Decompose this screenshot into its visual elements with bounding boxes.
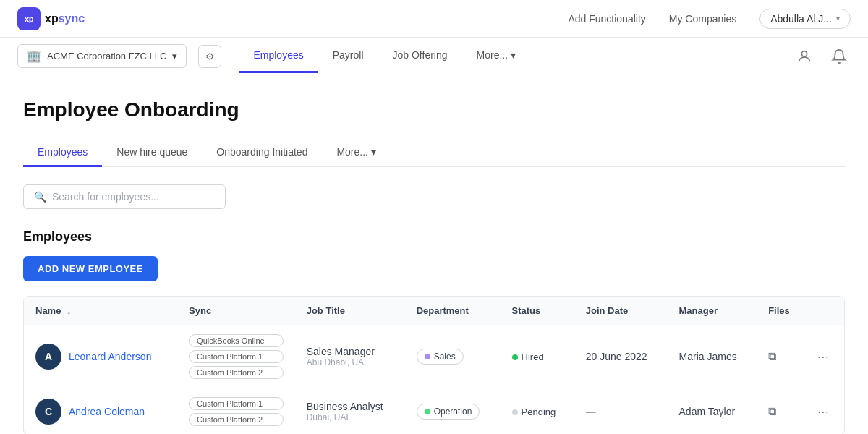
sub-tab-employees[interactable]: Employees — [23, 139, 102, 167]
dept-dot — [425, 354, 430, 359]
col-join-date[interactable]: Join Date — [574, 297, 668, 326]
job-location: Abu Dhabi, UAE — [307, 357, 393, 367]
table-row: C Andrea Coleman Custom Platform 1Custom… — [24, 388, 844, 435]
secondary-nav: 🏢 ACME Corporation FZC LLC ▾ ⚙ Employees… — [0, 38, 868, 75]
job-location: Dubai, UAE — [307, 412, 393, 422]
join-date-cell: — — [574, 388, 668, 435]
content-area: 🔍 Employees ADD NEW EMPLOYEE Name ↓ Sync… — [23, 167, 845, 434]
sync-badge: Custom Platform 2 — [189, 413, 284, 426]
chevron-down-icon: ▾ — [371, 146, 376, 158]
files-cell: ⧉ — [757, 326, 806, 388]
tab-more[interactable]: More... ▾ — [462, 39, 530, 73]
company-selector[interactable]: 🏢 ACME Corporation FZC LLC ▾ — [17, 44, 187, 68]
search-input[interactable] — [52, 191, 215, 203]
search-box[interactable]: 🔍 — [23, 184, 226, 209]
job-title: Sales Manager — [307, 346, 393, 357]
company-name: ACME Corporation FZC LLC — [47, 51, 166, 61]
col-status[interactable]: Status — [501, 297, 574, 326]
manager-cell: Adam Taylor — [668, 388, 757, 435]
tab-payroll[interactable]: Payroll — [318, 39, 378, 73]
page-title: Employee Onboarding — [23, 98, 845, 122]
add-new-employee-button[interactable]: ADD NEW EMPLOYEE — [23, 256, 158, 281]
logo-text: xpsync — [45, 12, 85, 25]
chevron-down-icon: ▾ — [172, 51, 177, 61]
user-name: Abdulla Al J... — [770, 13, 832, 25]
add-functionality-link[interactable]: Add Functionality — [568, 13, 645, 25]
sub-tab-new-hire-queue[interactable]: New hire queue — [102, 139, 202, 167]
sub-tabs: Employees New hire queue Onboarding Init… — [23, 139, 845, 167]
status-badge: Pending — [512, 407, 556, 417]
sync-cell: Custom Platform 1Custom Platform 2 — [177, 388, 295, 435]
page-content: Employee Onboarding Employees New hire q… — [0, 75, 868, 434]
employees-table: Name ↓ Sync Job Title Department Status … — [23, 296, 845, 434]
sort-arrow-icon: ↓ — [67, 305, 72, 316]
sync-cell: QuickBooks OnlineCustom Platform 1Custom… — [177, 326, 295, 388]
table-header-row: Name ↓ Sync Job Title Department Status … — [24, 297, 844, 326]
avatar: A — [35, 344, 61, 370]
settings-button[interactable]: ⚙ — [198, 45, 221, 68]
top-nav: xp xpsync Add Functionality My Companies… — [0, 0, 868, 38]
col-files[interactable]: Files — [757, 297, 806, 326]
job-title-cell: Business AnalystDubai, UAE — [295, 388, 405, 435]
col-department[interactable]: Department — [405, 297, 501, 326]
department-badge: Sales — [417, 349, 464, 365]
files-cell: ⧉ — [757, 388, 806, 435]
search-icon: 🔍 — [34, 191, 46, 203]
employee-name-cell: C Andrea Coleman — [24, 388, 177, 435]
employee-name-cell: A Leonard Anderson — [24, 326, 177, 388]
sub-tab-onboarding-initiated[interactable]: Onboarding Initiated — [202, 139, 322, 167]
logo-badge: xp — [17, 7, 41, 30]
sub-tab-more[interactable]: More... ▾ — [322, 139, 391, 167]
col-sync[interactable]: Sync — [177, 297, 295, 326]
section-title: Employees — [23, 229, 845, 244]
status-dot — [512, 354, 518, 360]
department-cell: Operation — [405, 388, 501, 435]
col-actions — [806, 297, 844, 326]
company-icon: 🏢 — [27, 49, 41, 63]
top-nav-right: Add Functionality My Companies Abdulla A… — [568, 9, 851, 29]
files-icon[interactable]: ⧉ — [768, 350, 776, 362]
sync-badge: QuickBooks Online — [189, 334, 284, 347]
more-actions-icon[interactable]: ⋯ — [817, 406, 829, 418]
nav-tabs: Employees Payroll Job Offering More... ▾ — [239, 39, 793, 73]
more-actions-icon[interactable]: ⋯ — [817, 351, 829, 363]
col-name[interactable]: Name ↓ — [24, 297, 177, 326]
status-cell: Hired — [501, 326, 574, 388]
sync-badge: Custom Platform 1 — [189, 350, 284, 363]
table-row: A Leonard Anderson QuickBooks OnlineCust… — [24, 326, 844, 388]
svg-point-0 — [801, 51, 807, 56]
job-title: Business Analyst — [307, 401, 393, 412]
nav-right-icons — [793, 45, 851, 68]
sync-badge: Custom Platform 1 — [189, 397, 284, 410]
job-title-cell: Sales ManagerAbu Dhabi, UAE — [295, 326, 405, 388]
user-profile-icon[interactable] — [793, 45, 816, 68]
join-date-cell: 20 June 2022 — [574, 326, 668, 388]
col-manager[interactable]: Manager — [668, 297, 757, 326]
col-job-title[interactable]: Job Title — [295, 297, 405, 326]
status-badge: Hired — [512, 352, 544, 362]
employee-link[interactable]: Leonard Anderson — [69, 351, 151, 362]
logo: xp xpsync — [17, 7, 85, 30]
tab-job-offering[interactable]: Job Offering — [378, 39, 462, 73]
my-companies-link[interactable]: My Companies — [669, 13, 736, 25]
manager-cell: Maria James — [668, 326, 757, 388]
actions-cell: ⋯ — [806, 388, 844, 435]
department-cell: Sales — [405, 326, 501, 388]
employee-link[interactable]: Andrea Coleman — [69, 406, 145, 417]
actions-cell: ⋯ — [806, 326, 844, 388]
avatar: C — [35, 399, 61, 425]
gear-icon: ⚙ — [205, 51, 215, 62]
dept-dot — [425, 409, 430, 414]
notifications-icon[interactable] — [827, 45, 851, 68]
user-menu-button[interactable]: Abdulla Al J... ▾ — [760, 9, 851, 29]
status-cell: Pending — [501, 388, 574, 435]
chevron-down-icon: ▾ — [836, 14, 840, 22]
sync-badge: Custom Platform 2 — [189, 366, 284, 379]
files-icon[interactable]: ⧉ — [768, 405, 776, 417]
department-badge: Operation — [417, 404, 480, 420]
tab-employees[interactable]: Employees — [239, 39, 318, 73]
status-dot — [512, 409, 518, 415]
